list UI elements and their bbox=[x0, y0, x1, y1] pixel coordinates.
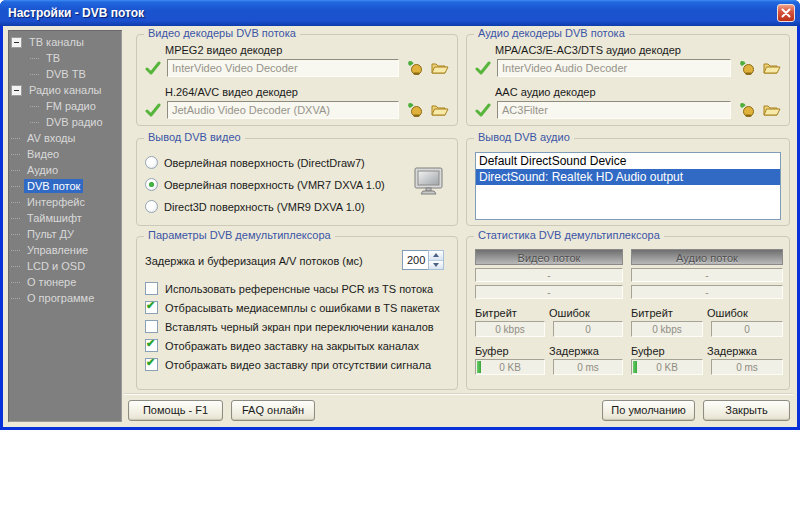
sidebar-item-dvb-radio[interactable]: DVB радио bbox=[8, 114, 122, 130]
radio-icon[interactable] bbox=[145, 156, 158, 169]
sidebar-item-fm-radio[interactable]: FM радио bbox=[8, 98, 122, 114]
titlebar: Настройки - DVB поток bbox=[0, 0, 800, 26]
sidebar-item-dvb-tv[interactable]: DVB ТВ bbox=[8, 66, 122, 82]
h264-decoder-label: H.264/AVC видео декодер bbox=[165, 86, 457, 98]
close-icon bbox=[781, 8, 791, 18]
sidebar-item-timeshift[interactable]: Таймшифт bbox=[8, 210, 122, 226]
checkbox-icon[interactable] bbox=[145, 320, 158, 333]
buffer-label: Буфер bbox=[631, 345, 707, 357]
sidebar-item-tv[interactable]: ТВ bbox=[8, 50, 122, 66]
errors-value: 0 bbox=[553, 321, 623, 337]
defaults-button[interactable]: По умолчанию bbox=[602, 400, 695, 421]
sidebar-item-control[interactable]: Управление bbox=[8, 242, 122, 258]
help-button[interactable]: Помощь - F1 bbox=[128, 400, 223, 421]
spinner-down-button[interactable] bbox=[429, 261, 443, 270]
folder-icon bbox=[763, 61, 781, 75]
tree-connector bbox=[11, 234, 20, 235]
chevron-up-icon bbox=[433, 253, 439, 257]
audio-device-listbox[interactable]: Default DirectSound Device DirectSound: … bbox=[475, 152, 781, 220]
radio-icon[interactable] bbox=[145, 200, 158, 213]
audio-stream-stats: Аудио поток - - Битрейт Ошибок 0 kbps 0 … bbox=[631, 249, 783, 375]
checkbox-splash-nosignal[interactable]: Отображать видео заставку при отсутствии… bbox=[145, 355, 451, 374]
mpa-decoder-field[interactable]: InterVideo Audio Decoder bbox=[497, 59, 731, 77]
bitrate-value: 0 kbps bbox=[475, 321, 545, 337]
sidebar-item-interface[interactable]: Интерфейс bbox=[8, 194, 122, 210]
sidebar-item-tv-channels[interactable]: ТВ каналы bbox=[8, 34, 122, 50]
bitrate-label: Битрейт bbox=[631, 307, 707, 319]
sidebar-item-about-program[interactable]: О программе bbox=[8, 290, 122, 306]
delay-spinner: 200 bbox=[402, 250, 444, 270]
checkbox-icon[interactable] bbox=[145, 282, 158, 295]
filter-icon bbox=[407, 102, 423, 118]
h264-decoder-field[interactable]: JetAudio Video Decoder (DXVA) bbox=[167, 101, 399, 119]
radio-vmr7[interactable]: Оверлейная поверхность (VMR7 DXVA 1.0) bbox=[145, 178, 457, 191]
browse-filter-button[interactable] bbox=[762, 60, 781, 76]
folder-icon bbox=[763, 103, 781, 117]
delay-value-field[interactable]: 200 bbox=[402, 250, 428, 270]
delay-row: Задержка и буферизация A/V потоков (мс) … bbox=[145, 251, 449, 271]
checkbox-icon[interactable] bbox=[145, 358, 158, 371]
checkbox-icon[interactable] bbox=[145, 339, 158, 352]
window-title: Настройки - DVB поток bbox=[0, 6, 144, 20]
tree-connector bbox=[11, 250, 20, 251]
chevron-down-icon bbox=[433, 263, 439, 267]
select-filter-button[interactable] bbox=[405, 60, 424, 76]
sidebar-item-radio-channels[interactable]: Радио каналы bbox=[8, 82, 122, 98]
aac-decoder-field[interactable]: AC3Filter bbox=[497, 101, 731, 119]
stream-info-field: - bbox=[631, 285, 783, 299]
mpeg2-decoder-label: MPEG2 видео декодер bbox=[165, 44, 457, 56]
sidebar-item-about-tuner[interactable]: О тюнере bbox=[8, 274, 122, 290]
screen: Настройки - DVB поток ТВ каналы ТВ bbox=[0, 0, 800, 509]
delay-value: 0 ms bbox=[553, 359, 623, 375]
group-title: Параметры DVB демультиплексора bbox=[144, 229, 335, 241]
close-window-button[interactable] bbox=[777, 4, 795, 22]
sidebar-item-dvb-stream[interactable]: DVB поток bbox=[8, 178, 122, 194]
mpa-decoder-label: MPA/AC3/E-AC3/DTS аудио декодер bbox=[495, 44, 789, 56]
filter-icon bbox=[739, 60, 755, 76]
sidebar-item-audio[interactable]: Аудио bbox=[8, 162, 122, 178]
tree-connector bbox=[11, 218, 20, 219]
radio-icon[interactable] bbox=[145, 178, 158, 191]
audio-output-group: Вывод DVB аудио Default DirectSound Devi… bbox=[466, 138, 790, 226]
browse-filter-button[interactable] bbox=[762, 102, 781, 118]
collapse-icon[interactable] bbox=[11, 85, 22, 96]
collapse-icon[interactable] bbox=[11, 37, 22, 48]
sidebar-item-remote[interactable]: Пульт ДУ bbox=[8, 226, 122, 242]
select-filter-button[interactable] bbox=[405, 102, 424, 118]
demux-stats-group: Статистика DVB демультиплексора Видео по… bbox=[466, 236, 790, 390]
checkbox-drop-samples[interactable]: Отбрасывать медиасемплы с ошибками в TS … bbox=[145, 298, 451, 317]
settings-tree: ТВ каналы ТВ DVB ТВ Радио каналы FM ради… bbox=[8, 30, 122, 422]
tree-connector bbox=[11, 186, 20, 187]
radio-directdraw7[interactable]: Оверлейная поверхность (DirectDraw7) bbox=[145, 156, 457, 169]
stream-info-field: - bbox=[631, 268, 783, 282]
bitrate-label: Битрейт bbox=[475, 307, 549, 319]
mpeg2-decoder-field[interactable]: InterVideo Video Decoder bbox=[167, 59, 399, 77]
tree-connector bbox=[30, 58, 39, 59]
select-filter-button[interactable] bbox=[737, 60, 756, 76]
folder-icon bbox=[431, 103, 449, 117]
browse-filter-button[interactable] bbox=[430, 102, 449, 118]
monitor-icon bbox=[413, 165, 445, 201]
close-button[interactable]: Закрыть bbox=[703, 400, 790, 421]
radio-vmr9[interactable]: Direct3D поверхность (VMR9 DXVA 1.0) bbox=[145, 200, 457, 213]
browse-filter-button[interactable] bbox=[430, 60, 449, 76]
stats-column-header: Видео поток bbox=[475, 249, 623, 265]
sidebar-item-av-inputs[interactable]: AV входы bbox=[8, 130, 122, 146]
filter-icon bbox=[407, 60, 423, 76]
spinner-up-button[interactable] bbox=[429, 251, 443, 261]
decoder-ok-icon bbox=[145, 60, 161, 76]
errors-value: 0 bbox=[711, 321, 783, 337]
list-item-default-device[interactable]: Default DirectSound Device bbox=[476, 153, 780, 169]
checkbox-pcr-clock[interactable]: Использовать референсные часы PCR из TS … bbox=[145, 279, 451, 298]
tree-connector bbox=[11, 266, 20, 267]
faq-button[interactable]: FAQ онлайн bbox=[231, 400, 315, 421]
select-filter-button[interactable] bbox=[737, 102, 756, 118]
demux-checkboxes: Использовать референсные часы PCR из TS … bbox=[145, 279, 451, 374]
checkbox-icon[interactable] bbox=[145, 301, 158, 314]
delay-label: Задержка и буферизация A/V потоков (мс) bbox=[145, 255, 363, 267]
list-item-realtek-device[interactable]: DirectSound: Realtek HD Audio output bbox=[476, 169, 780, 185]
checkbox-splash-closed[interactable]: Отображать видео заставку на закрытых ка… bbox=[145, 336, 451, 355]
sidebar-item-lcd-osd[interactable]: LCD и OSD bbox=[8, 258, 122, 274]
checkbox-black-screen[interactable]: Вставлять черный экран при переключении … bbox=[145, 317, 451, 336]
sidebar-item-video[interactable]: Видео bbox=[8, 146, 122, 162]
